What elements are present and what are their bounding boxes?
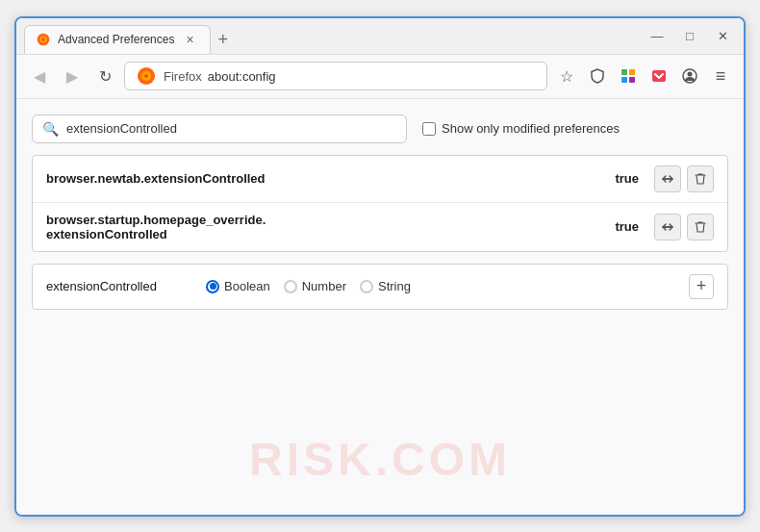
active-tab[interactable]: Advanced Preferences × xyxy=(24,25,211,54)
reset-button-1[interactable] xyxy=(654,165,681,192)
type-radio-group: Boolean Number String xyxy=(206,279,673,293)
back-button[interactable]: ◀ xyxy=(26,63,53,89)
pref-name-2-line1: browser.startup.homepage_override. xyxy=(46,213,607,227)
radio-boolean-circle xyxy=(206,280,219,293)
browser-window: Advanced Preferences × + — □ ✕ ◀ ▶ ↻ Fir… xyxy=(14,16,746,517)
svg-point-2 xyxy=(41,38,45,41)
radio-number-circle xyxy=(284,280,297,293)
add-pref-row: extensionControlled Boolean Number Strin… xyxy=(32,264,728,310)
svg-rect-9 xyxy=(629,77,635,83)
pref-name-1: browser.newtab.extensionControlled xyxy=(46,171,607,186)
pref-name-2-line2: extensionControlled xyxy=(46,227,607,241)
tab-title: Advanced Preferences xyxy=(58,33,174,46)
menu-button[interactable]: ≡ xyxy=(707,63,734,89)
profile-button[interactable] xyxy=(676,63,703,89)
forward-button[interactable]: ▶ xyxy=(59,63,86,89)
nav-icons: ☆ xyxy=(553,63,734,89)
radio-string-circle xyxy=(360,280,373,293)
title-bar: Advanced Preferences × + — □ ✕ xyxy=(16,18,744,55)
tab-strip: Advanced Preferences × + xyxy=(24,18,636,54)
puzzle-icon xyxy=(621,68,636,84)
maximize-button[interactable]: □ xyxy=(676,22,703,49)
modified-only-text: Show only modified preferences xyxy=(442,121,620,136)
firefox-logo-icon xyxy=(137,66,156,86)
trash-icon-2 xyxy=(694,220,707,234)
table-row: browser.newtab.extensionControlled true xyxy=(33,156,727,203)
svg-rect-10 xyxy=(652,70,666,82)
svg-rect-7 xyxy=(629,69,635,75)
table-row: browser.startup.homepage_override. exten… xyxy=(33,203,727,251)
tab-favicon-icon xyxy=(37,33,50,46)
svg-point-5 xyxy=(144,74,148,78)
new-pref-name: extensionControlled xyxy=(46,279,190,293)
content-area: RISK.COM 🔍 Show only modified preference… xyxy=(16,99,744,515)
reset-button-2[interactable] xyxy=(654,214,681,241)
tab-close-button[interactable]: × xyxy=(182,30,197,49)
shield-icon xyxy=(590,68,605,84)
reload-button[interactable]: ↻ xyxy=(91,63,118,89)
radio-string-label: String xyxy=(378,279,411,293)
row-actions-2 xyxy=(654,214,714,241)
pocket-icon xyxy=(651,68,667,84)
radio-number-label: Number xyxy=(302,279,346,293)
close-button[interactable]: ✕ xyxy=(709,22,736,49)
minimize-button[interactable]: — xyxy=(644,22,671,49)
pref-value-2: true xyxy=(615,219,639,234)
watermark: RISK.COM xyxy=(249,433,511,486)
results-table: browser.newtab.extensionControlled true xyxy=(32,155,728,252)
radio-string[interactable]: String xyxy=(360,279,411,293)
search-input[interactable] xyxy=(66,121,396,136)
profile-icon xyxy=(682,68,697,84)
window-controls: — □ ✕ xyxy=(644,22,736,49)
trash-icon xyxy=(694,172,707,186)
pref-name-2: browser.startup.homepage_override. exten… xyxy=(46,213,607,241)
arrows-icon xyxy=(660,171,675,187)
svg-point-12 xyxy=(688,72,693,77)
radio-number[interactable]: Number xyxy=(284,279,346,293)
bookmark-button[interactable]: ☆ xyxy=(553,63,580,89)
modified-only-checkbox[interactable] xyxy=(422,122,436,136)
pref-value-1: true xyxy=(615,171,639,186)
url-bar[interactable]: Firefox about:config xyxy=(124,62,547,90)
svg-rect-6 xyxy=(621,69,627,75)
delete-button-1[interactable] xyxy=(687,165,714,192)
search-box: 🔍 xyxy=(32,114,407,143)
extension-button[interactable] xyxy=(615,63,642,89)
search-icon: 🔍 xyxy=(42,121,59,137)
add-preference-button[interactable]: + xyxy=(689,274,714,299)
shield-button[interactable] xyxy=(584,63,611,89)
pocket-button[interactable] xyxy=(646,63,672,89)
browser-name-label: Firefox xyxy=(164,69,202,84)
url-text: about:config xyxy=(208,69,276,84)
row-actions-1 xyxy=(654,165,714,192)
new-tab-button[interactable]: + xyxy=(211,26,237,54)
nav-bar: ◀ ▶ ↻ Firefox about:config ☆ xyxy=(16,55,744,99)
radio-boolean-label: Boolean xyxy=(224,279,270,293)
svg-rect-8 xyxy=(621,77,627,83)
search-row: 🔍 Show only modified preferences xyxy=(32,114,728,143)
radio-boolean[interactable]: Boolean xyxy=(206,279,270,293)
delete-button-2[interactable] xyxy=(687,214,714,241)
modified-only-label[interactable]: Show only modified preferences xyxy=(422,121,620,136)
arrows-icon-2 xyxy=(660,219,675,235)
